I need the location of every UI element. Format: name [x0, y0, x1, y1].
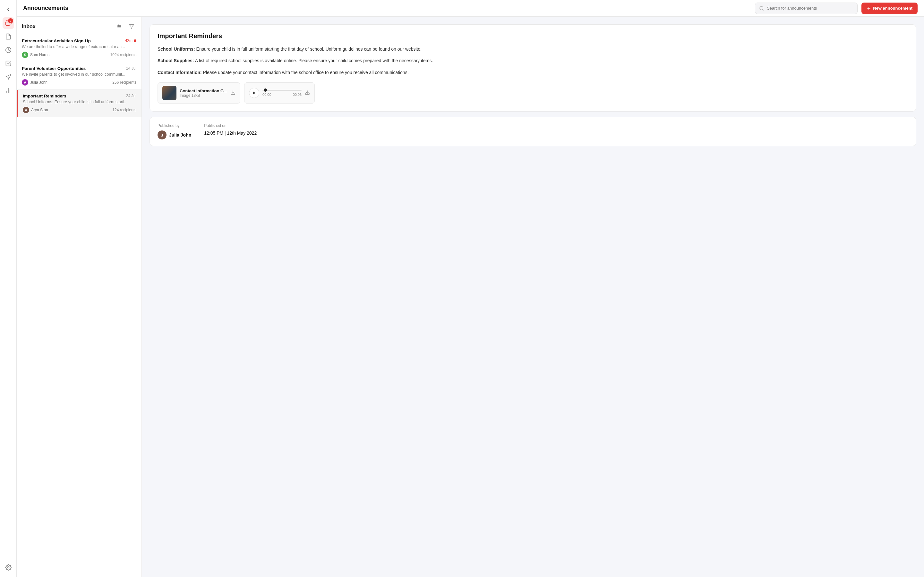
- svg-marker-4: [6, 74, 11, 79]
- search-box[interactable]: [755, 3, 858, 14]
- back-button[interactable]: [3, 4, 14, 15]
- main-area: Announcements New announcement Inbox: [17, 0, 924, 577]
- publisher-card: Published by J Julia John Published on 1…: [150, 117, 916, 146]
- funnel-icon: [129, 24, 134, 29]
- page-title: Announcements: [23, 5, 751, 11]
- section-heading-contact: Contact Information:: [158, 70, 202, 75]
- funnel-button[interactable]: [127, 22, 136, 31]
- svg-point-8: [7, 567, 9, 568]
- play-button[interactable]: [249, 88, 259, 98]
- attachment-info: Contact Information G... Image 13kB: [180, 89, 227, 98]
- audio-times: 00:00 00:06: [262, 93, 302, 97]
- ann-item-footer-1: S Sam Harris 1024 recipients: [22, 52, 136, 58]
- publisher-name: Julia John: [169, 132, 191, 137]
- announcement-item-1[interactable]: Extracurricular Activities Sign-Up 42m W…: [17, 35, 142, 62]
- detail-section-supplies: School Supplies: A list of required scho…: [158, 57, 908, 64]
- search-icon: [759, 6, 764, 11]
- ann-item-header-3: Important Reminders 24 Jul: [23, 93, 136, 98]
- ann-item-title-3: Important Reminders: [23, 93, 66, 98]
- urgent-dot-1: [134, 39, 136, 42]
- publisher-author: J Julia John: [158, 131, 191, 139]
- ann-item-recipients-3: 124 recipients: [112, 108, 136, 112]
- ann-item-footer-2: A Julia John 256 recipients: [22, 79, 136, 85]
- ann-item-author-1: S Sam Harris: [22, 52, 49, 58]
- sidebar-item-analytics[interactable]: [3, 85, 14, 96]
- ann-item-time-3: 24 Jul: [126, 93, 136, 98]
- ann-item-recipients-1: 1024 recipients: [110, 53, 136, 57]
- avatar-3: A: [23, 107, 29, 113]
- ann-item-title-2: Parent Volunteer Opportunities: [22, 66, 86, 71]
- ann-item-preview-2: We invite parents to get involved in our…: [22, 72, 136, 77]
- sidebar: 9: [0, 0, 17, 577]
- svg-marker-18: [129, 25, 134, 29]
- avatar-1: S: [22, 52, 28, 58]
- progress-dot: [264, 89, 267, 92]
- announcement-item-3[interactable]: Important Reminders 24 Jul School Unifor…: [17, 90, 142, 117]
- published-by-section: Published by J Julia John: [158, 123, 191, 139]
- audio-progress[interactable]: 00:00 00:06: [262, 90, 302, 97]
- announcement-item-2[interactable]: Parent Volunteer Opportunities 24 Jul We…: [17, 62, 142, 90]
- detail-card: Important Reminders School Uniforms: Ens…: [150, 24, 916, 111]
- inbox-header: Inbox: [17, 17, 142, 35]
- published-on-label: Published on: [204, 123, 257, 128]
- section-text-supplies: A list of required school supplies is av…: [194, 58, 433, 63]
- publisher-avatar: J: [158, 131, 166, 139]
- topbar: Announcements New announcement: [17, 0, 924, 17]
- ann-item-footer-3: A Arya Stan 124 recipients: [23, 107, 136, 113]
- inbox-list: Extracurricular Activities Sign-Up 42m W…: [17, 35, 142, 577]
- new-announcement-button[interactable]: New announcement: [861, 3, 918, 14]
- search-input[interactable]: [767, 6, 853, 11]
- ann-item-author-3: A Arya Stan: [23, 107, 48, 113]
- svg-marker-20: [253, 91, 255, 95]
- section-text-contact: Please update your contact information w…: [202, 70, 409, 75]
- progress-bar: [262, 90, 302, 91]
- image-attachment: Contact Information G... Image 13kB: [158, 82, 240, 103]
- attachment-name: Contact Information G...: [180, 89, 227, 93]
- ann-item-header-2: Parent Volunteer Opportunities 24 Jul: [22, 66, 136, 71]
- sidebar-item-navigation[interactable]: [3, 71, 14, 83]
- audio-player: 00:00 00:06: [244, 82, 315, 103]
- published-by-label: Published by: [158, 123, 191, 128]
- section-heading-uniforms: School Uniforms:: [158, 47, 195, 52]
- ann-item-header-1: Extracurricular Activities Sign-Up 42m: [22, 39, 136, 43]
- section-text-uniforms: Ensure your child is in full uniform sta…: [195, 47, 422, 52]
- inbox-panel: Inbox Extracurricular Activities Sign-Up: [17, 17, 142, 577]
- detail-title: Important Reminders: [158, 32, 908, 40]
- notification-badge: 9: [8, 18, 13, 23]
- section-heading-supplies: School Supplies:: [158, 58, 194, 63]
- sidebar-item-history[interactable]: [3, 44, 14, 56]
- detail-section-uniforms: School Uniforms: Ensure your child is in…: [158, 45, 908, 53]
- audio-total-time: 00:06: [293, 93, 302, 97]
- ann-item-preview-3: School Uniforms: Ensure your child is in…: [23, 100, 136, 104]
- filter-button[interactable]: [115, 22, 124, 31]
- detail-section-contact: Contact Information: Please update your …: [158, 69, 908, 76]
- sidebar-item-tasks[interactable]: [3, 58, 14, 69]
- download-image-button[interactable]: [230, 90, 236, 96]
- play-icon: [252, 91, 256, 95]
- detail-panel: Important Reminders School Uniforms: Ens…: [142, 17, 924, 577]
- attachment-size: Image 13kB: [180, 93, 227, 98]
- sidebar-item-announcements[interactable]: 9: [3, 17, 14, 29]
- inbox-actions: [115, 22, 136, 31]
- ann-item-author-2: A Julia John: [22, 79, 47, 85]
- plus-icon: [867, 6, 871, 11]
- ann-item-recipients-2: 256 recipients: [112, 80, 136, 85]
- published-on-section: Published on 12:05 PM | 12th May 2022: [204, 123, 257, 139]
- inbox-title: Inbox: [22, 24, 115, 29]
- content-area: Inbox Extracurricular Activities Sign-Up: [17, 17, 924, 577]
- attachments: Contact Information G... Image 13kB: [158, 82, 908, 103]
- settings-button[interactable]: [3, 562, 14, 573]
- publish-date: 12:05 PM | 12th May 2022: [204, 131, 257, 135]
- ann-item-preview-1: We are thrilled to offer a wide range of…: [22, 45, 136, 49]
- ann-item-title-1: Extracurricular Activities Sign-Up: [22, 39, 91, 43]
- avatar-2: A: [22, 79, 28, 85]
- audio-current-time: 00:00: [262, 93, 271, 97]
- ann-item-time-1: 42m: [125, 39, 136, 43]
- download-audio-button[interactable]: [305, 90, 310, 96]
- image-thumbnail: [162, 86, 176, 100]
- sliders-icon: [117, 24, 122, 29]
- svg-line-10: [762, 9, 764, 10]
- sidebar-item-documents[interactable]: [3, 31, 14, 42]
- ann-item-time-2: 24 Jul: [126, 66, 136, 71]
